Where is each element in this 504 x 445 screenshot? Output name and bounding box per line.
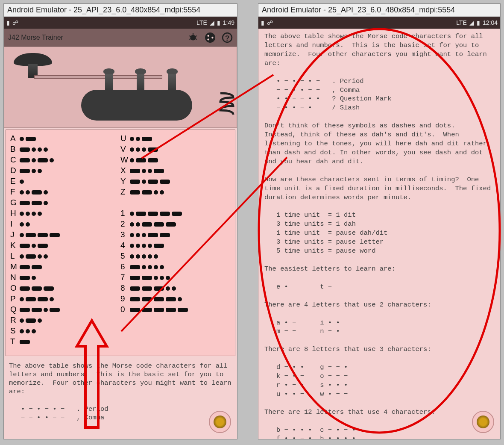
morse-row: J (10, 230, 120, 240)
morse-table[interactable]: ABCDEFGHIJKLMNOPQRST UVWXYZ1234567890 (6, 130, 235, 356)
morse-code (130, 308, 188, 312)
morse-code (130, 222, 176, 227)
morse-letter: U (120, 133, 130, 144)
svg-point-7 (208, 35, 209, 37)
morse-letter: Y (120, 176, 130, 187)
morse-code (20, 190, 48, 195)
battery-icon: ▮ (477, 19, 480, 26)
morse-code (20, 297, 54, 301)
morse-letter: A (10, 133, 20, 144)
bug-icon[interactable] (188, 32, 199, 43)
morse-letter: T (10, 336, 20, 348)
morse-code (130, 147, 158, 152)
sd-card-icon: ▮ (6, 19, 10, 26)
telegraph-illustration (4, 47, 237, 128)
info-text-right[interactable]: The above table shows the Morse code cha… (258, 29, 500, 439)
morse-code (130, 169, 164, 173)
morse-row (120, 197, 231, 208)
morse-code (130, 190, 164, 195)
morse-letter: 3 (120, 229, 130, 241)
morse-row: Z (120, 187, 231, 197)
morse-letter: 2 (120, 218, 130, 230)
morse-letter: N (10, 272, 20, 283)
morse-letter: 9 (120, 293, 130, 305)
morse-letter: G (10, 197, 20, 209)
morse-letter: B (10, 144, 20, 155)
status-bar-left: ▮ ☍ LTE ◢ ▮ 1:49 (4, 17, 237, 29)
morse-code (20, 329, 36, 333)
morse-letter: H (10, 208, 20, 219)
info-text-left[interactable]: The above table shows the Morse code cha… (4, 358, 237, 425)
morse-letter: I (10, 218, 20, 230)
morse-letter: F (10, 186, 20, 198)
morse-row: I (10, 219, 120, 230)
crab-icon: ☍ (12, 19, 18, 26)
morse-letter: J (10, 229, 20, 241)
morse-code (130, 158, 158, 162)
morse-row: F (10, 187, 120, 197)
morse-row: 2 (120, 219, 231, 230)
morse-row: Q (10, 304, 120, 315)
morse-letter: R (10, 315, 20, 326)
morse-letter: D (10, 165, 20, 177)
morse-row: S (10, 326, 120, 336)
morse-row: 7 (120, 272, 231, 283)
signal-icon: ◢ (210, 19, 214, 26)
svg-point-6 (205, 32, 215, 43)
morse-letter: C (10, 154, 20, 166)
morse-letter: 8 (120, 283, 130, 294)
morse-row: 4 (120, 240, 231, 251)
morse-row: C (10, 155, 120, 165)
svg-point-0 (190, 35, 196, 41)
morse-code (20, 169, 42, 173)
phone-right: ▮ ☍ LTE ◢ ▮ 12:04 The above table shows … (258, 17, 500, 439)
morse-code (130, 212, 182, 216)
window-title-left: Android Emulator - 25_API_23_6.0_480x854… (4, 4, 237, 17)
morse-row: 6 (120, 262, 231, 272)
morse-row: R (10, 315, 120, 326)
morse-code (130, 180, 170, 184)
morse-letter: Z (120, 186, 130, 198)
morse-code (20, 286, 54, 291)
fab-button-right[interactable] (472, 411, 494, 433)
share-icon[interactable] (205, 32, 216, 43)
clock-left: 1:49 (223, 19, 234, 26)
morse-row: W (120, 155, 231, 165)
morse-code (20, 180, 24, 184)
morse-code (130, 254, 158, 259)
fab-button-left[interactable] (209, 411, 231, 433)
morse-letter: 7 (120, 272, 130, 283)
morse-letter: 0 (120, 304, 130, 315)
morse-code (130, 233, 170, 237)
morse-row: E (10, 176, 120, 187)
morse-letter: S (10, 325, 20, 337)
morse-row: 9 (120, 294, 231, 304)
app-title: J42 Morse Trainer (8, 34, 63, 41)
morse-row: G (10, 197, 120, 208)
morse-letter: 5 (120, 250, 130, 262)
morse-row: T (10, 336, 120, 347)
morse-code (130, 286, 176, 291)
crab-icon: ☍ (267, 19, 273, 26)
morse-code (130, 244, 164, 248)
morse-row: X (120, 165, 231, 176)
morse-code (20, 212, 42, 216)
emulator-left: Android Emulator - 25_API_23_6.0_480x854… (3, 3, 237, 439)
morse-row: M (10, 262, 120, 272)
morse-letter: O (10, 283, 20, 294)
morse-code (130, 297, 182, 301)
help-icon[interactable]: ? (222, 32, 233, 43)
morse-row: P (10, 294, 120, 304)
morse-code (20, 254, 48, 259)
morse-letter: Q (10, 304, 20, 315)
morse-row: K (10, 240, 120, 251)
morse-row: L (10, 251, 120, 262)
morse-code (20, 340, 30, 344)
morse-letter: L (10, 250, 20, 262)
morse-letter: 1 (120, 208, 130, 219)
morse-code (20, 158, 54, 162)
battery-icon: ▮ (217, 19, 220, 26)
morse-row: A (10, 133, 120, 144)
morse-code (20, 318, 42, 323)
lte-icon: LTE (456, 19, 467, 26)
